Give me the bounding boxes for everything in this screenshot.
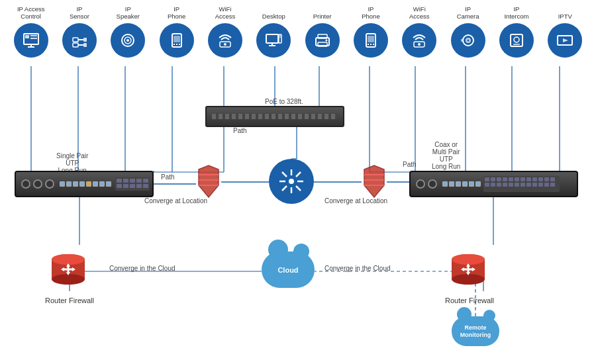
converge-location-left: Converge at Location: [144, 197, 207, 205]
svg-rect-127: [515, 183, 519, 187]
svg-rect-85: [143, 179, 148, 183]
device-ip-phone-right: IPPhone: [347, 5, 395, 58]
svg-point-147: [452, 254, 485, 265]
svg-marker-105: [364, 165, 384, 197]
svg-rect-123: [491, 183, 495, 187]
switch-leds-right: [416, 179, 437, 189]
poe-network-switch: [205, 106, 344, 127]
svg-rect-131: [538, 183, 543, 187]
svg-rect-83: [130, 179, 135, 183]
svg-marker-79: [563, 38, 568, 42]
svg-rect-124: [497, 183, 501, 187]
svg-point-137: [52, 254, 85, 265]
switch-ports-left: [60, 181, 111, 187]
device-ip-phone: IPPhone: [153, 5, 201, 58]
svg-rect-89: [136, 184, 142, 188]
device-ip-speaker: IPSpeaker: [104, 5, 152, 58]
svg-rect-114: [509, 177, 513, 181]
svg-rect-111: [491, 177, 495, 181]
svg-rect-74: [461, 39, 464, 42]
router-firewall-right: Router Firewall: [445, 245, 494, 304]
svg-rect-120: [544, 177, 549, 181]
svg-rect-84: [136, 179, 142, 183]
svg-rect-86: [117, 184, 122, 188]
svg-rect-81: [117, 179, 122, 183]
db-icon-right: [445, 245, 491, 291]
svg-rect-88: [130, 184, 135, 188]
svg-rect-125: [503, 183, 507, 187]
svg-rect-130: [532, 183, 537, 187]
firewall-left: [196, 164, 221, 197]
path-label-2: Path: [161, 173, 175, 181]
svg-rect-117: [526, 177, 531, 181]
devices-row: IP AccessControl IPSensor: [7, 5, 589, 58]
svg-rect-129: [526, 183, 531, 187]
svg-rect-43: [83, 43, 87, 47]
svg-point-96: [289, 179, 294, 184]
svg-rect-87: [123, 184, 128, 188]
svg-rect-118: [532, 177, 537, 181]
right-switch: [409, 171, 578, 197]
device-ip-access-control: IP AccessControl: [7, 5, 55, 58]
svg-point-146: [452, 274, 485, 285]
svg-rect-33: [25, 35, 29, 38]
svg-point-136: [52, 274, 85, 285]
device-wifi-access-left: WiFiAccess: [201, 5, 249, 58]
svg-rect-112: [497, 177, 501, 181]
svg-point-70: [418, 43, 421, 46]
converge-cloud-right: Converge in the Cloud: [324, 265, 391, 272]
device-ip-sensor: IPSensor: [56, 5, 103, 58]
svg-rect-40: [83, 38, 87, 42]
switch-ports-detail: [115, 174, 150, 194]
svg-rect-77: [513, 44, 520, 45]
switch-leds-left: [21, 179, 54, 189]
svg-rect-90: [143, 184, 148, 188]
svg-rect-122: [485, 183, 489, 187]
converge-location-right: Converge at Location: [324, 197, 387, 205]
device-printer: Printer: [299, 13, 346, 57]
svg-rect-115: [515, 177, 519, 181]
svg-marker-91: [199, 165, 219, 197]
svg-point-46: [126, 39, 129, 42]
db-icon-left: [45, 245, 91, 291]
svg-rect-113: [503, 177, 507, 181]
svg-rect-65: [368, 36, 374, 42]
svg-rect-38: [73, 38, 78, 42]
svg-rect-82: [123, 179, 128, 183]
device-ip-camera: IPCamera: [444, 5, 492, 58]
hub-center: [269, 159, 314, 204]
svg-point-53: [224, 43, 226, 46]
device-desktop: Desktop: [250, 13, 297, 57]
svg-rect-54: [266, 34, 278, 43]
svg-rect-41: [73, 43, 78, 47]
network-diagram: IP AccessControl IPSensor: [0, 0, 596, 364]
svg-rect-34: [30, 35, 37, 36]
poe-label: PoE to 328ft.: [265, 98, 303, 105]
svg-rect-116: [521, 177, 525, 181]
svg-rect-126: [509, 183, 513, 187]
svg-rect-110: [485, 177, 489, 181]
device-iptv: IPTV: [541, 13, 589, 57]
path-label-3: Path: [403, 161, 417, 168]
switch-ports-right: [442, 181, 481, 187]
converge-cloud-left: Converge in the Cloud: [109, 265, 175, 272]
coax-label: Coax orMulti PairUTPLong Run: [432, 141, 460, 170]
cloud-main: Cloud: [262, 251, 315, 288]
svg-rect-128: [521, 183, 525, 187]
right-switch-ports-detail: [483, 174, 563, 194]
svg-point-73: [467, 39, 469, 41]
router-firewall-right-label: Router Firewall: [445, 296, 494, 304]
firewall-right: [362, 164, 387, 197]
svg-rect-133: [550, 183, 555, 187]
cloud-remote: Remote Monitoring: [452, 316, 499, 346]
svg-point-76: [514, 37, 519, 42]
device-ip-intercom: IPIntercom: [493, 5, 540, 58]
path-label-1: Path: [233, 127, 247, 134]
router-firewall-left: Router Firewall: [45, 245, 94, 304]
svg-point-63: [325, 39, 327, 41]
device-wifi-access-right: WiFiAccess: [395, 5, 443, 58]
svg-rect-48: [174, 36, 180, 42]
svg-rect-35: [30, 38, 37, 39]
svg-rect-119: [538, 177, 543, 181]
left-switch: [15, 171, 154, 197]
